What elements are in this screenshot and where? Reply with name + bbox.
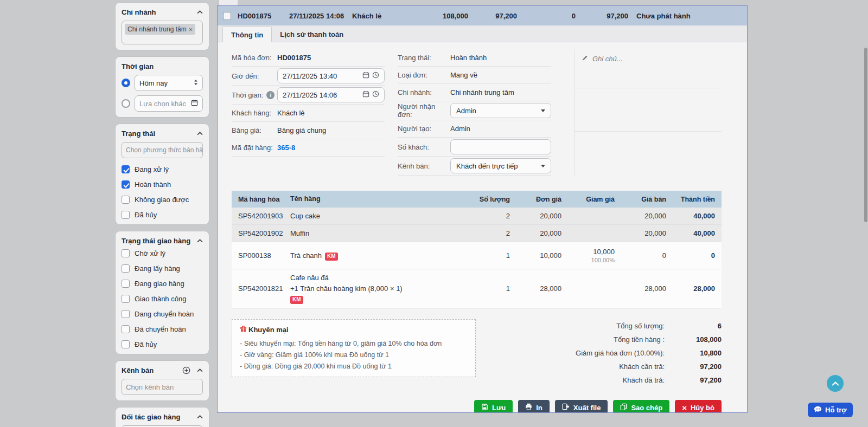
plus-circle-icon[interactable] (182, 366, 190, 374)
checkbox-icon[interactable] (122, 249, 130, 257)
receiver-select[interactable]: Admin (450, 103, 551, 118)
time-preset-select[interactable]: Hôm nay (135, 75, 203, 91)
product-row[interactable]: SP000138 Trà chanhKM 1 10,000 10,000 100… (232, 242, 722, 269)
chevron-up-icon[interactable] (197, 239, 203, 243)
calendar-icon[interactable] (362, 90, 369, 99)
save-icon (481, 403, 488, 412)
status-option-label: Đã hủy (135, 211, 157, 219)
print-button-label: In (536, 404, 542, 412)
checkbox-icon[interactable] (122, 280, 130, 288)
gift-icon (240, 325, 247, 334)
status-option-label: Không giao được (135, 196, 189, 204)
invoice-time-value: 27/11/2025 14:06 (283, 91, 362, 99)
product-qty: 2 (468, 212, 510, 220)
product-total: 0 (666, 251, 722, 260)
product-price: 10,000 (510, 251, 561, 260)
status-option-undeliverable[interactable]: Không giao được (122, 196, 203, 204)
invoice-summary-row[interactable]: HD001875 27/11/2025 14:06 Khách lẻ 108,0… (218, 6, 747, 25)
delivery-option-label: Chờ xử lý (135, 249, 165, 257)
checkbox-checked-icon[interactable] (122, 165, 130, 173)
branch-select-box[interactable]: Chi nhánh trung tâm × (122, 21, 203, 44)
vertical-scrollbar[interactable] (864, 48, 867, 222)
status-option-processing[interactable]: Đang xử lý (122, 165, 203, 173)
export-file-button[interactable]: Xuất file (555, 400, 608, 412)
product-name: Cup cake (290, 211, 468, 222)
sale-channel-select[interactable]: Khách đến trực tiếp (450, 158, 551, 173)
tab-info[interactable]: Thông tin (222, 27, 272, 42)
scroll-top-button[interactable] (827, 375, 844, 392)
product-total: 40,000 (666, 229, 722, 237)
row-checkbox[interactable] (223, 12, 231, 20)
delivery-option[interactable]: Đang lấy hàng (122, 264, 203, 273)
calendar-icon[interactable] (191, 99, 198, 108)
invoice-detail-panel: HD001875 27/11/2025 14:06 Khách lẻ 108,0… (217, 5, 748, 413)
delivery-option[interactable]: Đang chuyển hoàn (122, 310, 203, 318)
chat-icon (814, 406, 822, 415)
close-icon[interactable]: × (189, 26, 193, 33)
total-qty-label: Tổng số lượng: (616, 322, 665, 330)
delivery-option[interactable]: Đã chuyển hoàn (122, 325, 203, 333)
detail-content: Mã hóa đơn: HD001875 Giờ đến: 27/11/2025… (218, 42, 747, 412)
radio-time-preset[interactable] (122, 79, 130, 87)
delivery-option[interactable]: Đã hủy (122, 340, 203, 348)
product-discount: 10,000 100.00% (561, 248, 615, 263)
delivery-option[interactable]: Chờ xử lý (122, 249, 203, 257)
col-header-discount: Giảm giá (561, 196, 615, 203)
note-input[interactable]: Ghi chú... (575, 49, 722, 88)
export-button-label: Xuất file (573, 404, 601, 412)
info-icon[interactable]: i (266, 91, 275, 99)
product-row[interactable]: SP542001821 Cafe nâu đá +1 Trân châu hoà… (232, 269, 722, 308)
channel-select-input[interactable]: Chọn kênh bán (122, 379, 203, 395)
support-button-label: Hỗ trợ (825, 406, 847, 414)
sale-method-input[interactable]: Chọn phương thức bán hàng (122, 142, 203, 158)
time-preset-value: Hôm nay (139, 79, 168, 87)
order-code-link[interactable]: 365-8 (277, 144, 295, 152)
support-button[interactable]: Hỗ trợ (808, 403, 853, 417)
promotion-badge: KM (290, 296, 303, 304)
product-code: SP542001821 (232, 284, 290, 293)
copy-button[interactable]: Sao chép (613, 400, 669, 412)
product-qty: 1 (468, 284, 510, 293)
save-button[interactable]: Lưu (474, 400, 513, 412)
product-name-text: Trà chanh (290, 251, 322, 260)
status-option-cancelled[interactable]: Đã hủy (122, 211, 203, 219)
time-label-text: Thời gian: (232, 91, 263, 99)
note-area: Ghi chú... (574, 49, 722, 176)
checkbox-icon[interactable] (122, 340, 130, 348)
checkbox-checked-icon[interactable] (122, 180, 130, 189)
calendar-icon[interactable] (362, 72, 369, 80)
checkbox-icon[interactable] (122, 211, 130, 219)
chevron-up-icon[interactable] (197, 10, 203, 14)
cancel-icon: × (682, 404, 687, 412)
product-row[interactable]: SP542001903 Cup cake 2 20,000 20,000 40,… (232, 208, 722, 225)
invoice-subtotal: 108,000 (418, 12, 468, 20)
delivery-option[interactable]: Giao thành công (122, 295, 203, 303)
chevron-up-icon[interactable] (197, 368, 203, 372)
print-button[interactable]: In (518, 400, 550, 412)
chevron-up-icon[interactable] (197, 415, 203, 419)
invoice-discount-label: Giảm giá hóa đơn (10.00%): (576, 349, 665, 357)
clock-icon[interactable] (372, 72, 379, 80)
tab-payment-history[interactable]: Lịch sử thanh toán (272, 27, 352, 42)
product-table: Mã hàng hóa Tên hàng Số lượng Đơn giá Gi… (232, 191, 722, 308)
checkbox-icon[interactable] (122, 310, 130, 318)
delivery-option[interactable]: Đang giao hàng (122, 280, 203, 288)
checkbox-icon[interactable] (122, 264, 130, 273)
guest-count-input[interactable] (450, 139, 551, 154)
custom-date-input[interactable]: Lựa chọn khác (135, 95, 203, 112)
clock-icon[interactable] (372, 90, 379, 99)
status-option-done[interactable]: Hoàn thành (122, 180, 203, 189)
checkbox-icon[interactable] (122, 196, 130, 204)
chevron-up-icon[interactable] (197, 132, 203, 135)
creator-label: Người tạo: (398, 125, 450, 133)
checkbox-icon[interactable] (122, 325, 130, 333)
col-header-name: Tên hàng (290, 194, 468, 204)
checkbox-icon[interactable] (122, 295, 130, 303)
cancel-button[interactable]: × Hủy bỏ (675, 400, 722, 412)
product-total: 28,000 (666, 284, 722, 293)
arrival-time-input[interactable]: 27/11/2025 13:40 (277, 68, 385, 83)
invoice-code-label: Mã hóa đơn: (232, 54, 277, 62)
invoice-time-input[interactable]: 27/11/2025 14:06 (277, 87, 385, 102)
radio-time-custom[interactable] (122, 99, 130, 108)
product-row[interactable]: SP542001902 Muffin 2 20,000 20,000 40,00… (232, 225, 722, 242)
